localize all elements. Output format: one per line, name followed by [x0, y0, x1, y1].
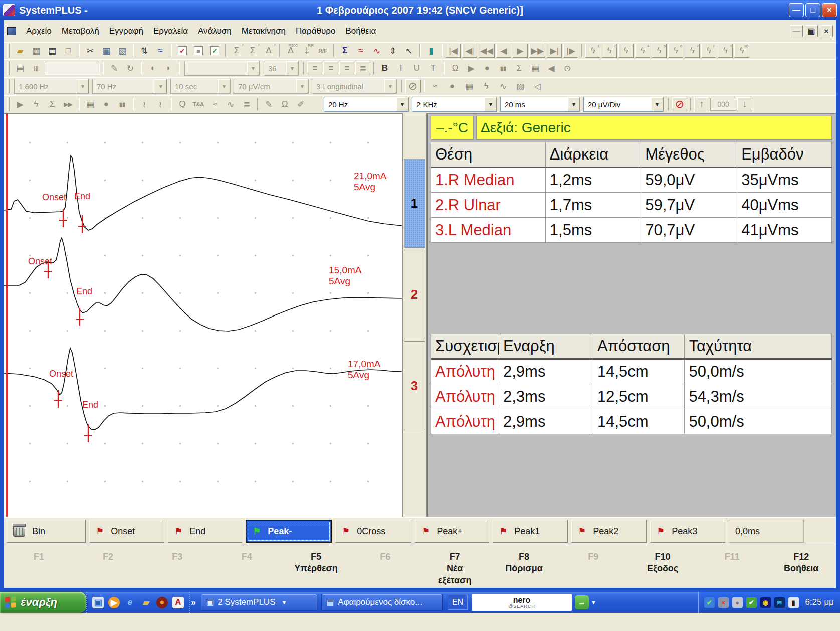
menu-Μεταβολή[interactable]: Μεταβολή: [57, 24, 104, 39]
table-row[interactable]: 2.R Ulnar1,7ms59,7μV40μVms: [431, 193, 832, 218]
marker-button-onset[interactable]: ⚑Onset: [89, 520, 164, 543]
stim-3-button[interactable]: ϟ3: [618, 44, 634, 58]
average-run-button[interactable]: Σ: [45, 97, 60, 111]
underline-button[interactable]: U: [409, 61, 425, 75]
shift-baseline-button[interactable]: ⇅: [137, 44, 152, 58]
save-button[interactable]: ▦: [29, 44, 44, 58]
offset-spinbox[interactable]: 000: [710, 98, 736, 111]
r-over-f-button[interactable]: R/F: [315, 44, 330, 58]
chevron-down-icon[interactable]: ▼: [485, 97, 497, 111]
folder-icon[interactable]: ▰: [140, 597, 152, 608]
chevron-more-icon[interactable]: »: [190, 597, 197, 608]
chevron-down-icon[interactable]: ▼: [396, 97, 408, 111]
monitor-trace-button[interactable]: ∿: [496, 79, 511, 93]
electrode-button[interactable]: ≈: [428, 79, 443, 93]
fkey-f10[interactable]: F10 Εξοδος: [628, 545, 697, 588]
italic-button[interactable]: I: [393, 61, 408, 75]
mdi-restore-button[interactable]: ▣: [805, 25, 818, 37]
reject-off-button[interactable]: ⊘: [672, 97, 687, 111]
gain-combo[interactable]: 20 μV/Div▼: [583, 97, 664, 112]
muscle-right-button[interactable]: ≀: [153, 97, 168, 111]
channel-2-selector[interactable]: 2: [404, 250, 425, 339]
lowpass-combo[interactable]: 70 Hz▼: [92, 79, 167, 94]
task-systemplus[interactable]: ▣2 SystemPLUS▼: [201, 594, 317, 611]
security-center-tray-icon[interactable]: ✔: [704, 597, 715, 608]
internet-explorer-icon[interactable]: e: [124, 597, 136, 608]
sensitivity-combo[interactable]: 70 μV/cm▼: [234, 79, 309, 94]
impedance-check-button[interactable]: Ω: [277, 97, 292, 111]
marker-button-peak-[interactable]: ⚑Peak-: [246, 520, 332, 543]
clock[interactable]: 6:25 μμ: [805, 597, 834, 607]
pause-button[interactable]: ▮▮: [496, 61, 511, 75]
signal-tray-icon[interactable]: ≋: [774, 597, 785, 608]
refresh-button[interactable]: ↻: [123, 61, 138, 75]
winamp-icon[interactable]: ●: [156, 597, 168, 608]
nav-rewind-button[interactable]: ◀◀: [479, 44, 495, 58]
search-dropdown-icon[interactable]: ▼: [591, 599, 596, 605]
mdi-close-button[interactable]: ×: [820, 25, 833, 37]
stim-9-button[interactable]: ϟ9: [718, 44, 733, 58]
table-row[interactable]: Απόλυτη2,9ms14,5cm50,0m/s: [431, 409, 832, 434]
signal-display-button[interactable]: ≈: [153, 44, 168, 58]
open-button[interactable]: ▰: [13, 44, 28, 58]
table-row[interactable]: 1.R Median1,2ms59,0μV35μVms: [431, 168, 832, 193]
nav-prev-page-button[interactable]: ◀|: [462, 44, 477, 58]
record-button[interactable]: ●: [480, 61, 495, 75]
phase-left-button[interactable]: ◖: [145, 61, 160, 75]
menu-Μετακίνηση[interactable]: Μετακίνηση: [237, 24, 291, 39]
raw-trace-button[interactable]: ∿: [223, 97, 238, 111]
sweep-combo[interactable]: 10 sec▼: [170, 79, 231, 94]
wireless-tray-icon[interactable]: ◉: [760, 597, 771, 608]
timer-button[interactable]: ⊙: [560, 61, 575, 75]
average-b-button[interactable]: Σ*: [245, 44, 260, 58]
task-removable-disk[interactable]: ▤Αφαιρούμενος δίσκο...: [321, 594, 443, 611]
media-player-icon[interactable]: ▶: [108, 597, 120, 608]
fkey-f9[interactable]: F9: [559, 545, 628, 588]
erase-button[interactable]: ✎: [261, 97, 276, 111]
menu-Εργαλεία[interactable]: Εργαλεία: [148, 24, 193, 39]
spike-train-button[interactable]: ≈: [353, 44, 368, 58]
menu-Παράθυρο[interactable]: Παράθυρο: [291, 24, 340, 39]
average-a-button[interactable]: Σ*: [229, 44, 244, 58]
mains-filter-off-button[interactable]: ⊘: [405, 79, 421, 93]
fkey-f5[interactable]: F5 Υπέρθεση: [281, 545, 350, 588]
muscle-left-button[interactable]: ≀: [137, 97, 152, 111]
stim-10-button[interactable]: ϟ10: [734, 44, 749, 58]
average-delta-button[interactable]: Δ*: [261, 44, 276, 58]
copy-button[interactable]: ▣: [99, 44, 114, 58]
nav-ffwd-button[interactable]: ▶▶: [529, 44, 545, 58]
stim-once-button[interactable]: ϟ: [29, 97, 44, 111]
network-offline-tray-icon[interactable]: ×: [718, 597, 729, 608]
waveform-area[interactable]: OnsetEnd21,0mA5AvgOnsetEnd15,0mA5AvgOnse…: [4, 113, 402, 517]
chevron-down-icon[interactable]: ▼: [651, 97, 663, 111]
task-group-dropdown-icon[interactable]: ▼: [281, 599, 287, 605]
mdi-child-icon[interactable]: [7, 27, 16, 35]
p300-button[interactable]: ΔP300: [283, 44, 298, 58]
stim-6-button[interactable]: ϟ6: [668, 44, 683, 58]
pointer-button[interactable]: ↖: [401, 44, 416, 58]
report-button[interactable]: ▤: [13, 61, 28, 75]
chevron-down-icon[interactable]: ▼: [568, 97, 580, 111]
align-left-button[interactable]: ≡: [307, 61, 322, 75]
updates-tray-icon[interactable]: ✔: [746, 597, 757, 608]
smooth-button[interactable]: ≈: [207, 97, 222, 111]
check-green-button[interactable]: ✔: [207, 44, 222, 58]
table-row[interactable]: Απόλυτη2,3ms12,5cm54,3m/s: [431, 384, 832, 409]
cut-button[interactable]: ✂: [83, 44, 98, 58]
quick-button[interactable]: Q: [175, 97, 190, 111]
mdi-minimize-button[interactable]: —: [790, 25, 803, 37]
fkey-f2[interactable]: F2: [73, 545, 142, 588]
marker-button-peak+[interactable]: ⚑Peak+: [415, 520, 489, 543]
print-preview-button[interactable]: □: [61, 44, 76, 58]
play-button[interactable]: ▶: [464, 61, 479, 75]
chevron-down-icon[interactable]: ▼: [286, 61, 298, 75]
fkey-f1[interactable]: F1: [4, 545, 73, 588]
maximize-button[interactable]: □: [805, 3, 820, 17]
rr-ff-button[interactable]: ‡RR: [299, 44, 314, 58]
dither-button[interactable]: ▦: [528, 61, 543, 75]
marker-button-peak2[interactable]: ⚑Peak2: [571, 520, 647, 543]
align-center-button[interactable]: ≡: [323, 61, 338, 75]
card-reader-tray-icon[interactable]: ▮: [788, 597, 799, 608]
sound-button[interactable]: ◁: [530, 79, 545, 93]
trigger-button[interactable]: ϟ: [479, 79, 494, 93]
